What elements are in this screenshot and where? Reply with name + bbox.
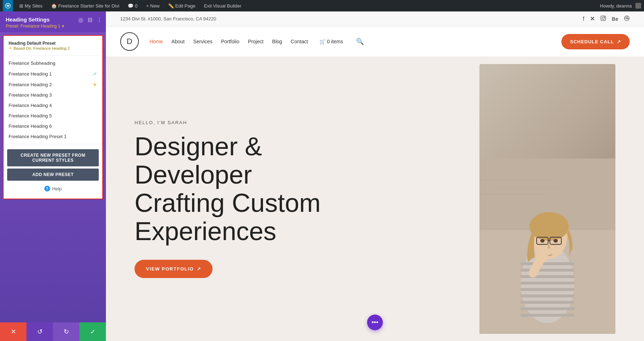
portfolio-arrow-icon: ↗	[197, 266, 201, 272]
undo-icon: ↺	[37, 328, 43, 336]
edit-page-link[interactable]: ✏️ Edit Page	[166, 0, 197, 11]
preset-item-preset1[interactable]: Freelance Heading Preset 1	[4, 131, 102, 142]
site-logo[interactable]: D	[120, 32, 139, 51]
redo-icon: ↻	[64, 328, 69, 336]
hero-section: HELLO, I'M SARAH Designer & Developer Cr…	[106, 57, 644, 341]
preset-actions: CREATE NEW PRESET FROM CURRENT STYLES AD…	[4, 146, 102, 182]
hero-image	[479, 64, 615, 334]
kebab-menu-icon[interactable]: ⋮	[97, 16, 102, 23]
my-sites-menu[interactable]: ⊞ My Sites	[17, 0, 45, 11]
preset-list: Freelance Subheading Freelance Heading 1…	[4, 58, 102, 142]
help-link[interactable]: ? Help	[4, 182, 102, 195]
dropdown-arrow-icon: ▾	[62, 24, 64, 29]
nav-portfolio[interactable]: Portfolio	[221, 39, 239, 44]
nav-cart[interactable]: 🛒 0 items	[319, 39, 343, 44]
arrow-icon: ↗	[617, 39, 621, 44]
cancel-icon: ✕	[11, 328, 16, 336]
preset-item-heading4[interactable]: Freelance Heading 4	[4, 100, 102, 111]
nav-contact[interactable]: Contact	[291, 39, 308, 44]
circle-settings-icon[interactable]: ◎	[78, 16, 83, 23]
website-preview: 1234 Divi St. #1000, San Francisco, CA 9…	[106, 11, 644, 341]
active-check-icon: ✓	[93, 71, 97, 77]
site-name-link[interactable]: 🏠 Freelance Starter Site for Divi	[49, 0, 122, 11]
svg-text:W: W	[6, 4, 10, 8]
create-preset-button[interactable]: CREATE NEW PRESET FROM CURRENT STYLES	[7, 149, 99, 166]
my-sites-icon: ⊞	[19, 3, 23, 9]
nav-links: Home About Services Portfolio Project Bl…	[150, 38, 364, 45]
svg-rect-2	[601, 16, 605, 20]
schedule-call-button[interactable]: SCHEDULE CALL ↗	[561, 34, 630, 49]
behance-icon[interactable]: Be	[612, 16, 618, 22]
svg-point-3	[602, 17, 605, 19]
preset-item-heading2[interactable]: Freelance Heading 2 ★	[4, 79, 102, 90]
preset-item-heading1[interactable]: Freelance Heading 1 ✓	[4, 68, 102, 79]
svg-rect-14	[521, 275, 574, 278]
panel-preset-label: Preset: Freelance Heading 1 ▾	[6, 24, 100, 29]
nav-services[interactable]: Services	[193, 39, 213, 44]
nav-about[interactable]: About	[171, 39, 185, 44]
panel-header-icons: ◎ ⊟ ⋮	[78, 16, 102, 23]
dribbble-icon[interactable]	[624, 15, 630, 23]
svg-rect-12	[521, 262, 574, 265]
svg-rect-18	[521, 301, 574, 304]
panel-header: Heading Settings Preset: Freelance Headi…	[0, 11, 106, 32]
svg-point-22	[530, 212, 569, 241]
hero-title: Designer & Developer Crafting Custom Exp…	[135, 132, 349, 246]
based-on-label: ★ Based On: Freelance Heading 2	[9, 46, 97, 50]
svg-rect-19	[521, 307, 574, 310]
divider	[4, 55, 102, 56]
columns-icon[interactable]: ⊟	[88, 16, 92, 23]
new-content-button[interactable]: + New	[144, 0, 162, 11]
instagram-icon[interactable]	[600, 15, 606, 23]
redo-button[interactable]: ↻	[53, 322, 79, 341]
svg-point-27	[553, 239, 558, 243]
admin-bar: W ⊞ My Sites 🏠 Freelance Starter Site fo…	[0, 0, 644, 11]
social-icons-bar: f ✕ Be	[583, 15, 630, 23]
search-icon[interactable]: 🔍	[356, 38, 364, 45]
site-address: 1234 Divi St. #1000, San Francisco, CA 9…	[120, 16, 216, 21]
svg-point-26	[540, 239, 545, 243]
divider-2	[4, 144, 102, 144]
preset-item-heading5[interactable]: Freelance Heading 5	[4, 111, 102, 121]
hero-subtitle: HELLO, I'M SARAH	[135, 120, 349, 125]
floating-actions-button[interactable]: •••	[367, 315, 383, 330]
nav-blog[interactable]: Blog	[272, 39, 282, 44]
view-portfolio-button[interactable]: VIEW PORTFOLIO ↗	[135, 260, 213, 278]
twitter-x-icon[interactable]: ✕	[590, 15, 595, 22]
home-icon: 🏠	[51, 3, 57, 9]
site-topbar: 1234 Divi St. #1000, San Francisco, CA 9…	[106, 11, 644, 26]
howdy-user: Howdy, deanna	[600, 3, 641, 9]
svg-rect-15	[521, 282, 574, 284]
svg-rect-17	[521, 294, 574, 297]
starred-icon: ★	[93, 82, 97, 87]
help-icon: ?	[44, 186, 50, 191]
preset-item-heading6[interactable]: Freelance Heading 6	[4, 121, 102, 131]
comments-link[interactable]: 💬 0	[126, 0, 140, 11]
preset-item-heading3[interactable]: Freelance Heading 3	[4, 90, 102, 100]
pencil-icon: ✏️	[168, 3, 174, 9]
site-navbar: D Home About Services Portfolio Project …	[106, 26, 644, 57]
default-preset-header: Heading Default Preset ★ Based On: Freel…	[4, 39, 102, 53]
settings-panel: Heading Settings Preset: Freelance Headi…	[0, 11, 106, 341]
save-button[interactable]: ✓	[79, 322, 106, 341]
bottom-toolbar: ✕ ↺ ↻ ✓	[0, 322, 106, 341]
exit-builder-link[interactable]: Exit Visual Builder	[202, 0, 244, 11]
nav-project[interactable]: Project	[248, 39, 264, 44]
star-icon: ★	[9, 46, 12, 50]
svg-point-5	[624, 16, 629, 20]
add-preset-button[interactable]: ADD NEW PRESET	[7, 169, 99, 181]
cancel-button[interactable]: ✕	[0, 322, 26, 341]
save-icon: ✓	[90, 328, 96, 336]
undo-button[interactable]: ↺	[26, 322, 53, 341]
svg-rect-13	[521, 269, 574, 272]
svg-rect-20	[521, 314, 574, 317]
user-avatar	[635, 3, 641, 9]
facebook-icon[interactable]: f	[583, 16, 584, 22]
preset-item-subheading[interactable]: Freelance Subheading	[4, 58, 102, 68]
wp-logo[interactable]: W	[3, 0, 13, 11]
hero-image-container	[479, 64, 615, 334]
comment-icon: 💬	[128, 3, 133, 9]
nav-home[interactable]: Home	[150, 39, 163, 44]
svg-rect-16	[521, 288, 574, 291]
hero-content: HELLO, I'M SARAH Designer & Developer Cr…	[135, 120, 349, 278]
